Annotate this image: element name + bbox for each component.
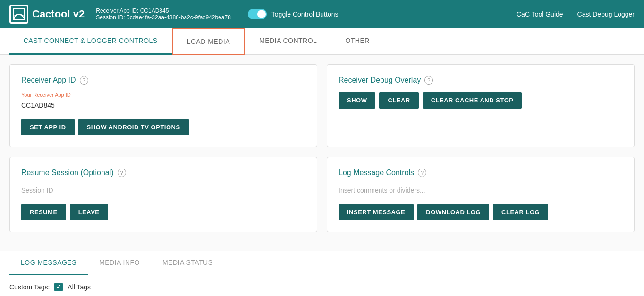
toggle-control-buttons[interactable] — [248, 9, 267, 19]
receiver-debug-overlay-help-icon[interactable]: ? — [424, 76, 433, 85]
resume-button[interactable]: RESUME — [21, 204, 66, 220]
log-message-buttons: INSERT MESSAGE DOWNLOAD LOG CLEAR LOG — [339, 204, 623, 220]
header: Cactool v2 Receiver App ID: CC1AD845 Ses… — [0, 0, 644, 28]
receiver-debug-overlay-card: Receiver Debug Overlay ? SHOW CLEAR CLEA… — [327, 64, 635, 147]
cast-debug-logger-link[interactable]: Cast Debug Logger — [577, 10, 635, 18]
download-log-button[interactable]: DOWNLOAD LOG — [417, 204, 489, 220]
tab-media-control[interactable]: MEDIA CONTROL — [245, 28, 331, 55]
receiver-app-id-header: Receiver App ID: CC1AD845 — [96, 8, 231, 14]
bottom-tab-media-info[interactable]: MEDIA INFO — [88, 251, 151, 275]
logo-icon — [9, 5, 28, 24]
main-content: Receiver App ID ? Your Receiver App ID S… — [0, 55, 644, 251]
receiver-app-id-card: Receiver App ID ? Your Receiver App ID S… — [9, 64, 317, 147]
receiver-app-id-input-label: Your Receiver App ID — [21, 92, 305, 98]
resume-session-title: Resume Session (Optional) ? — [21, 169, 305, 177]
tab-load-media[interactable]: LOAD MEDIA — [172, 28, 245, 55]
clear-overlay-button[interactable]: CLEAR — [379, 92, 418, 109]
receiver-app-id-input-row: Your Receiver App ID — [21, 92, 305, 111]
cac-tool-guide-link[interactable]: CaC Tool Guide — [517, 10, 563, 18]
receiver-app-id-input[interactable] — [21, 100, 168, 111]
bottom-tab-media-status[interactable]: MEDIA STATUS — [151, 251, 224, 275]
receiver-app-id-title: Receiver App ID ? — [21, 76, 305, 85]
log-message-controls-help-icon[interactable]: ? — [418, 169, 426, 177]
resume-session-card: Resume Session (Optional) ? RESUME LEAVE — [9, 157, 317, 232]
receiver-debug-overlay-title: Receiver Debug Overlay ? — [339, 76, 623, 85]
header-info: Receiver App ID: CC1AD845 Session ID: 5c… — [96, 8, 231, 21]
all-tags-text: All Tags — [68, 283, 91, 291]
session-id-header: Session ID: 5cdae4fa-32aa-4386-ba2c-9fac… — [96, 14, 231, 21]
show-overlay-button[interactable]: SHOW — [339, 92, 375, 109]
resume-session-buttons: RESUME LEAVE — [21, 204, 305, 220]
tab-other[interactable]: OTHER — [331, 28, 384, 55]
leave-button[interactable]: LEAVE — [70, 204, 108, 220]
custom-tags-label: Custom Tags: — [9, 283, 50, 291]
svg-point-1 — [13, 17, 15, 19]
log-message-controls-card: Log Message Controls ? INSERT MESSAGE DO… — [327, 157, 635, 232]
cards-grid: Receiver App ID ? Your Receiver App ID S… — [9, 64, 635, 232]
log-message-input-row — [339, 185, 623, 196]
receiver-app-id-help-icon[interactable]: ? — [80, 76, 88, 85]
receiver-app-id-buttons: SET APP ID SHOW ANDROID TV OPTIONS — [21, 119, 305, 135]
session-id-input[interactable] — [21, 185, 168, 196]
main-tabs: CAST CONNECT & LOGGER CONTROLS LOAD MEDI… — [0, 28, 644, 55]
tab-cast-connect[interactable]: CAST CONNECT & LOGGER CONTROLS — [9, 28, 172, 55]
logo-area: Cactool v2 — [9, 5, 85, 24]
toggle-label: Toggle Control Buttons — [271, 10, 339, 18]
toggle-section: Toggle Control Buttons — [248, 9, 339, 19]
show-android-tv-button[interactable]: SHOW ANDROID TV OPTIONS — [78, 119, 189, 135]
all-tags-checkbox[interactable] — [54, 283, 63, 291]
clear-log-button[interactable]: CLEAR LOG — [493, 204, 548, 220]
custom-tags-section: Custom Tags: All Tags — [0, 275, 644, 296]
receiver-debug-overlay-buttons: SHOW CLEAR CLEAR CACHE AND STOP — [339, 92, 623, 109]
clear-cache-stop-button[interactable]: CLEAR CACHE AND STOP — [423, 92, 522, 109]
resume-session-help-icon[interactable]: ? — [118, 169, 126, 177]
logo-text: Cactool v2 — [32, 8, 85, 20]
session-id-input-row — [21, 185, 305, 196]
log-message-controls-title: Log Message Controls ? — [339, 169, 623, 177]
bottom-tab-log-messages[interactable]: LOG MESSAGES — [9, 251, 88, 275]
log-message-input[interactable] — [339, 185, 471, 196]
set-app-id-button[interactable]: SET APP ID — [21, 119, 75, 135]
header-nav: CaC Tool Guide Cast Debug Logger — [517, 10, 635, 18]
insert-message-button[interactable]: INSERT MESSAGE — [339, 204, 414, 220]
bottom-tabs: LOG MESSAGES MEDIA INFO MEDIA STATUS — [0, 251, 644, 275]
